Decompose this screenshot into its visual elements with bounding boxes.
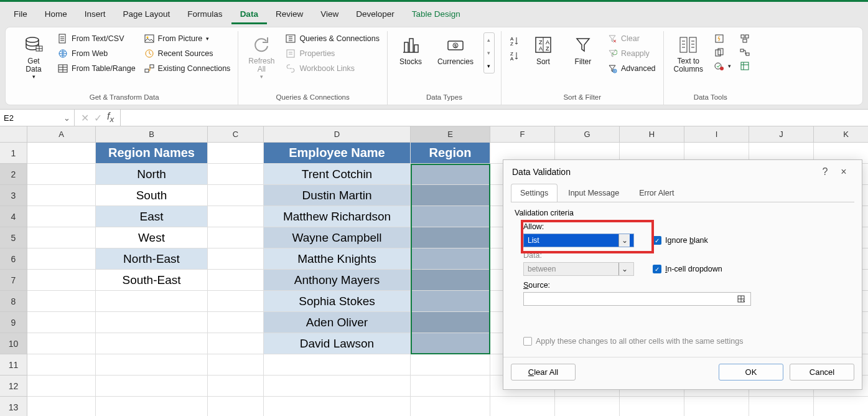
cell-C12[interactable] (208, 376, 264, 397)
advanced-filter-button[interactable]: Advanced (606, 62, 657, 75)
row-header-13[interactable]: 13 (0, 397, 27, 416)
data-model-button[interactable] (739, 60, 751, 72)
cell-D5[interactable]: Wayne Campbell (264, 227, 411, 248)
cell-B1[interactable]: Region Names (96, 143, 208, 164)
cancel-button[interactable]: Cancel (790, 364, 854, 381)
cell-E8[interactable] (411, 291, 490, 312)
sort-desc-button[interactable]: ZA (508, 50, 520, 62)
cell-D2[interactable]: Trent Cotchin (264, 164, 411, 185)
cell-C13[interactable] (208, 397, 264, 416)
recent-sources-button[interactable]: Recent Sources (143, 47, 232, 60)
col-header-D[interactable]: D (264, 126, 411, 143)
cell-E4[interactable] (411, 206, 490, 227)
dialog-tab-settings[interactable]: Settings (511, 184, 558, 202)
cell-C1[interactable] (208, 143, 264, 164)
cell-A13[interactable] (27, 397, 96, 416)
cell-K13[interactable] (814, 397, 868, 416)
cell-B6[interactable]: North-East (96, 248, 208, 270)
cell-E2[interactable] (411, 164, 490, 185)
filter-button[interactable]: Filter (566, 32, 600, 69)
from-web-button[interactable]: From Web (57, 47, 137, 60)
cell-B8[interactable] (96, 291, 208, 312)
cell-D3[interactable]: Dustin Martin (264, 185, 411, 206)
cell-A7[interactable] (27, 270, 96, 291)
dialog-tab-input-message[interactable]: Input Message (559, 184, 628, 202)
cell-B7[interactable]: South-East (96, 270, 208, 291)
cell-A3[interactable] (27, 185, 96, 206)
col-header-G[interactable]: G (555, 126, 620, 143)
cell-B3[interactable]: South (96, 185, 208, 206)
tab-table-design[interactable]: Table Design (403, 6, 469, 24)
consolidate-button[interactable] (739, 32, 751, 45)
tab-insert[interactable]: Insert (76, 6, 114, 24)
workbook-links-button[interactable]: Workbook Links (284, 62, 381, 75)
cell-E10[interactable] (411, 333, 490, 354)
cell-C11[interactable] (208, 354, 264, 376)
properties-button[interactable]: Properties (284, 47, 381, 60)
close-button[interactable]: × (834, 166, 853, 177)
cell-E1[interactable]: Region (411, 143, 490, 164)
chevron-down-icon[interactable]: ⌄ (63, 113, 70, 123)
currencies-button[interactable]: $ Currencies (434, 32, 477, 69)
cell-A1[interactable] (27, 143, 96, 164)
col-header-J[interactable]: J (749, 126, 814, 143)
cell-B4[interactable]: East (96, 206, 208, 227)
data-types-gallery-dropdown[interactable]: ▴▾▾ (483, 32, 495, 73)
col-header-E[interactable]: E (411, 126, 490, 143)
tab-formulas[interactable]: Formulas (179, 6, 231, 24)
cell-E5[interactable] (411, 227, 490, 248)
tab-developer[interactable]: Developer (347, 6, 403, 24)
cell-C2[interactable] (208, 164, 264, 185)
clear-all-button[interactable]: Clear All (511, 364, 576, 381)
cell-B5[interactable]: West (96, 227, 208, 248)
cell-A12[interactable] (27, 376, 96, 397)
row-header-2[interactable]: 2 (0, 164, 27, 185)
cell-E13[interactable] (411, 397, 490, 416)
clear-filter-button[interactable]: Clear (606, 32, 657, 45)
text-to-columns-button[interactable]: Text to Columns (670, 32, 707, 76)
row-header-5[interactable]: 5 (0, 227, 27, 248)
cell-C8[interactable] (208, 291, 264, 312)
cell-A8[interactable] (27, 291, 96, 312)
relationships-button[interactable] (739, 46, 751, 59)
tab-view[interactable]: View (312, 6, 347, 24)
cell-G13[interactable] (555, 397, 620, 416)
help-button[interactable]: ? (816, 166, 834, 177)
cell-E6[interactable] (411, 248, 490, 270)
col-header-H[interactable]: H (620, 126, 684, 143)
refresh-all-button[interactable]: Refresh All ▾ (245, 32, 278, 82)
col-header-C[interactable]: C (208, 126, 264, 143)
cell-A6[interactable] (27, 248, 96, 270)
row-header-9[interactable]: 9 (0, 312, 27, 333)
cell-B12[interactable] (96, 376, 208, 397)
cell-J13[interactable] (749, 397, 814, 416)
cell-A4[interactable] (27, 206, 96, 227)
tab-data[interactable]: Data (231, 6, 267, 24)
row-header-3[interactable]: 3 (0, 185, 27, 206)
flash-fill-button[interactable] (713, 32, 732, 45)
col-header-F[interactable]: F (490, 126, 555, 143)
tab-review[interactable]: Review (267, 6, 312, 24)
from-text-csv-button[interactable]: From Text/CSV (57, 32, 137, 45)
cell-B9[interactable] (96, 312, 208, 333)
cell-B2[interactable]: North (96, 164, 208, 185)
col-header-I[interactable]: I (684, 126, 749, 143)
dialog-tab-error-alert[interactable]: Error Alert (630, 184, 683, 202)
cell-C9[interactable] (208, 312, 264, 333)
queries-connections-button[interactable]: Queries & Connections (284, 32, 381, 45)
row-header-1[interactable]: 1 (0, 143, 27, 164)
tab-page-layout[interactable]: Page Layout (114, 6, 179, 24)
col-header-B[interactable]: B (96, 126, 208, 143)
name-box[interactable]: E2 ⌄ (0, 110, 75, 126)
tab-home[interactable]: Home (36, 6, 76, 24)
cell-H13[interactable] (620, 397, 684, 416)
row-header-7[interactable]: 7 (0, 270, 27, 291)
cell-I13[interactable] (684, 397, 749, 416)
sort-button[interactable]: ZAAZ Sort (526, 32, 560, 69)
row-header-4[interactable]: 4 (0, 206, 27, 227)
cell-B11[interactable] (96, 354, 208, 376)
cell-E9[interactable] (411, 312, 490, 333)
cell-D7[interactable]: Anthony Mayers (264, 270, 411, 291)
row-header-10[interactable]: 10 (0, 333, 27, 354)
row-header-8[interactable]: 8 (0, 291, 27, 312)
